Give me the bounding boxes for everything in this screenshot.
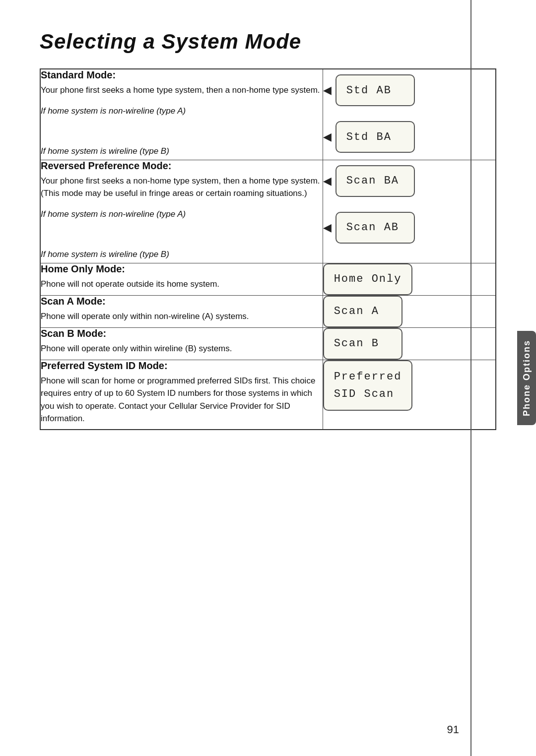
- preferred-sid-display: Preferred SID Scan: [323, 360, 413, 411]
- preferred-sid-mode-title: Preferred System ID Mode:: [41, 360, 323, 372]
- standard-mode-right: ◀ Std AB ◀ Std BA: [323, 69, 496, 160]
- reversed-mode-desc: Your phone first seeks a non-home type s…: [41, 175, 323, 200]
- table-row: Standard Mode: Your phone first seeks a …: [40, 69, 496, 160]
- reversed-mode-title: Reversed Preference Mode:: [41, 160, 323, 172]
- scan-b-mode-desc: Phone will operate only within wireline …: [41, 342, 323, 355]
- page-number: 91: [447, 723, 459, 736]
- home-only-display-row: Home Only: [323, 263, 495, 295]
- scan-ba-row: ◀ Scan BA: [323, 165, 415, 197]
- reversed-mode-sub-a: If home system is non-wireline (type A): [41, 208, 323, 221]
- preferred-sid-display-row: Preferred SID Scan: [323, 360, 495, 411]
- standard-mode-left: Standard Mode: Your phone first seeks a …: [40, 69, 323, 160]
- arrow-left-icon: ◀: [323, 175, 332, 188]
- table-row: Preferred System ID Mode: Phone will sca…: [40, 360, 496, 430]
- arrow-left-icon: ◀: [323, 221, 332, 234]
- standard-mode-desc: Your phone first seeks a home type syste…: [41, 84, 323, 97]
- scan-b-display: Scan B: [323, 328, 402, 360]
- standard-mode-sub-b: If home system is wireline (type B): [41, 145, 323, 158]
- preferred-sid-mode-left: Preferred System ID Mode: Phone will sca…: [40, 360, 323, 430]
- scan-b-display-row: Scan B: [323, 328, 495, 360]
- table-row: Scan A Mode: Phone will operate only wit…: [40, 295, 496, 327]
- page-container: Selecting a System Mode Standard Mode: Y…: [0, 0, 536, 756]
- scan-ab-display: Scan AB: [335, 212, 415, 244]
- reversed-mode-left: Reversed Preference Mode: Your phone fir…: [40, 160, 323, 263]
- scan-b-mode-title: Scan B Mode:: [41, 328, 323, 339]
- reversed-mode-right: ◀ Scan BA ◀ Scan AB: [323, 160, 496, 263]
- home-only-display: Home Only: [323, 263, 413, 295]
- std-ba-row: ◀ Std BA: [323, 121, 415, 153]
- scan-a-display: Scan A: [323, 296, 402, 327]
- home-only-mode-left: Home Only Mode: Phone will not operate o…: [40, 263, 323, 295]
- reversed-mode-sub-b: If home system is wireline (type B): [41, 248, 323, 261]
- table-row: Reversed Preference Mode: Your phone fir…: [40, 160, 496, 263]
- table-row: Scan B Mode: Phone will operate only wit…: [40, 327, 496, 360]
- std-ab-display: Std AB: [335, 74, 415, 106]
- std-ba-display: Std BA: [335, 121, 415, 153]
- scan-a-mode-title: Scan A Mode:: [41, 296, 323, 307]
- right-border: [470, 0, 471, 756]
- std-ab-row: ◀ Std AB: [323, 74, 415, 106]
- scan-ab-row: ◀ Scan AB: [323, 212, 415, 244]
- scan-a-mode-left: Scan A Mode: Phone will operate only wit…: [40, 295, 323, 327]
- page-title: Selecting a System Mode: [40, 30, 496, 54]
- modes-table: Standard Mode: Your phone first seeks a …: [40, 68, 496, 430]
- home-only-mode-title: Home Only Mode:: [41, 263, 323, 275]
- scan-a-mode-right: Scan A: [323, 295, 496, 327]
- side-tab: Phone Options: [517, 331, 536, 425]
- preferred-sid-line2: SID Scan: [334, 385, 395, 403]
- scan-a-display-row: Scan A: [323, 296, 495, 327]
- home-only-mode-right: Home Only: [323, 263, 496, 295]
- standard-mode-sub-a: If home system is non-wireline (type A): [41, 105, 323, 118]
- scan-b-mode-right: Scan B: [323, 327, 496, 360]
- preferred-sid-line1: Preferred: [334, 368, 402, 385]
- scan-ba-display: Scan BA: [335, 165, 415, 197]
- scan-a-mode-desc: Phone will operate only within non-wirel…: [41, 310, 323, 323]
- scan-b-mode-left: Scan B Mode: Phone will operate only wit…: [40, 327, 323, 360]
- table-row: Home Only Mode: Phone will not operate o…: [40, 263, 496, 295]
- preferred-sid-mode-desc: Phone will scan for home or programmed p…: [41, 375, 323, 425]
- arrow-left-icon: ◀: [323, 130, 332, 143]
- standard-mode-title: Standard Mode:: [41, 69, 323, 81]
- home-only-mode-desc: Phone will not operate outside its home …: [41, 278, 323, 291]
- arrow-left-icon: ◀: [323, 84, 332, 97]
- preferred-sid-mode-right: Preferred SID Scan: [323, 360, 496, 430]
